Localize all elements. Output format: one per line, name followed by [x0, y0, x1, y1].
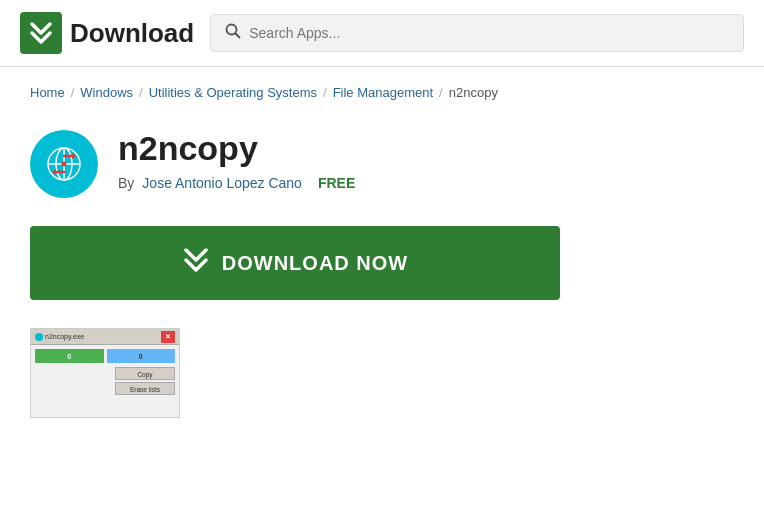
app-icon	[30, 130, 98, 198]
breadcrumb-sep-2: /	[139, 85, 143, 100]
logo-icon	[20, 12, 62, 54]
breadcrumb-utilities[interactable]: Utilities & Operating Systems	[149, 85, 317, 100]
app-info: n2ncopy By Jose Antonio Lopez Cano FREE	[118, 130, 734, 191]
screenshot-app-icon	[35, 333, 43, 341]
author-label: By	[118, 175, 134, 191]
screenshot-copy-btn: Copy	[115, 367, 175, 380]
screenshot-title-text: n2ncopy.exe	[35, 333, 84, 341]
logo-text: Download	[70, 18, 194, 49]
svg-point-11	[62, 162, 67, 167]
app-name: n2ncopy	[118, 130, 734, 167]
screenshot-content: n2ncopy.exe ✕ 0 0 Copy Erase lists	[31, 329, 179, 417]
breadcrumb-windows[interactable]: Windows	[80, 85, 133, 100]
svg-line-1	[236, 34, 240, 38]
search-input[interactable]	[249, 25, 729, 41]
screenshot-progress-left: 0	[35, 349, 104, 363]
screenshot-progress-right: 0	[107, 349, 176, 363]
screenshot-close-btn: ✕	[161, 331, 175, 343]
breadcrumb-file-management[interactable]: File Management	[333, 85, 433, 100]
screenshot-erase-btn: Erase lists	[115, 382, 175, 395]
breadcrumb: Home / Windows / Utilities & Operating S…	[0, 67, 764, 110]
breadcrumb-sep-1: /	[71, 85, 75, 100]
download-now-button[interactable]: DOWNLOAD NOW	[30, 226, 560, 300]
download-now-label: DOWNLOAD NOW	[222, 252, 408, 275]
screenshot-container: n2ncopy.exe ✕ 0 0 Copy Erase lists	[30, 328, 734, 418]
price-badge: FREE	[318, 175, 355, 191]
screenshot-progress-row: 0 0	[35, 349, 175, 363]
download-chevron-icon	[182, 246, 210, 280]
breadcrumb-sep-4: /	[439, 85, 443, 100]
app-header: n2ncopy By Jose Antonio Lopez Cano FREE	[30, 130, 734, 198]
page-header: Download	[0, 0, 764, 67]
author-link[interactable]: Jose Antonio Lopez Cano	[142, 175, 302, 191]
breadcrumb-sep-3: /	[323, 85, 327, 100]
screenshot-btn-row: Copy Erase lists	[35, 367, 175, 395]
main-content: n2ncopy By Jose Antonio Lopez Cano FREE …	[0, 110, 764, 438]
screenshot-body: 0 0 Copy Erase lists	[31, 345, 179, 399]
logo[interactable]: Download	[20, 12, 194, 54]
breadcrumb-current: n2ncopy	[449, 85, 498, 100]
screenshot-title-bar: n2ncopy.exe ✕	[31, 329, 179, 345]
app-author-line: By Jose Antonio Lopez Cano FREE	[118, 175, 734, 191]
app-screenshot: n2ncopy.exe ✕ 0 0 Copy Erase lists	[30, 328, 180, 418]
search-bar[interactable]	[210, 14, 744, 52]
search-icon	[225, 23, 241, 43]
breadcrumb-home[interactable]: Home	[30, 85, 65, 100]
